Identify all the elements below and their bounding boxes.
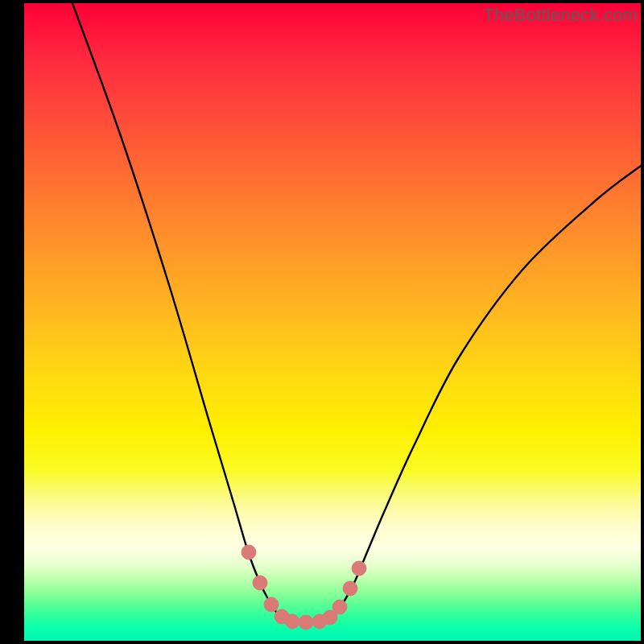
curve-svg [24,3,641,641]
curve-marker [285,614,299,629]
plot-area [24,3,641,641]
curve-marker [253,576,267,590]
bottleneck-curve [72,3,641,622]
curve-marker [242,545,256,559]
curve-marker [299,615,313,630]
curve-marker [264,597,279,612]
chart-stage: TheBottleneck.com [0,0,644,644]
curve-marker [343,581,357,596]
curve-marker [352,561,366,576]
watermark-text: TheBottleneck.com [483,5,638,26]
curve-marker [332,600,347,614]
curve-markers [242,545,366,630]
